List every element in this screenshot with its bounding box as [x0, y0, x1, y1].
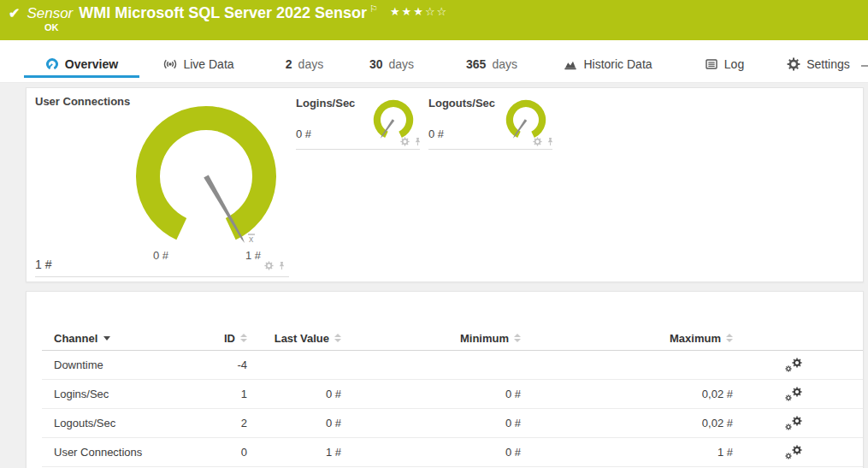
column-header-maximum[interactable]: Maximum [529, 332, 741, 345]
channel-minimum: 0 # [350, 388, 529, 400]
tab-2-days[interactable]: 2 days [278, 40, 331, 82]
prtg-sensor-page: ✔ Sensor WMI Microsoft SQL Server 2022 S… [0, 0, 868, 468]
table-row-downtime[interactable]: Downtime -4 [42, 351, 863, 380]
gear-icon[interactable] [400, 137, 410, 146]
divider [428, 149, 552, 150]
channel-settings-gears-icon[interactable] [785, 358, 802, 372]
tab-365-days[interactable]: 365 days [459, 40, 524, 82]
channel-settings-gears-icon[interactable] [785, 445, 802, 459]
column-label: Channel [54, 332, 97, 345]
tab-label: days [298, 57, 324, 71]
channel-name: Logouts/Sec [42, 417, 213, 429]
status-ok-check-icon: ✔ [9, 5, 20, 21]
channel-name: Downtime [42, 358, 213, 371]
tab-live-data[interactable]: Live Data [158, 40, 239, 82]
channel-id: -4 [213, 358, 256, 371]
channel-name: User Connections [42, 446, 213, 459]
table-row-logins-sec[interactable]: Logins/Sec 1 0 # 0 # 0,02 # [42, 380, 863, 409]
channels-panel: Channel ID Last Value Minimum [26, 291, 864, 468]
gauge-min-label: 0 # [146, 249, 175, 262]
log-icon [705, 57, 718, 71]
tab-overflow-indicator[interactable] [861, 65, 868, 67]
channel-maximum: 0,02 # [529, 417, 741, 429]
channel-settings-gears-icon[interactable] [785, 387, 802, 401]
channel-last-value: 1 # [256, 446, 350, 459]
sensor-title: WMI Microsoft SQL Server 2022 Sensor [79, 4, 367, 22]
channel-id: 0 [213, 446, 256, 459]
sort-icon [334, 334, 341, 342]
gauge-max-label: 1 # [239, 249, 268, 262]
gauges-panel: User Connections x 0 # 1 # 1 # Logins/Se… [26, 87, 864, 282]
pin-icon[interactable] [546, 137, 555, 146]
gauge-actions [264, 261, 286, 270]
logins-gauge-value: 0 # [296, 127, 311, 140]
sort-desc-icon [103, 336, 110, 341]
priority-stars[interactable]: ★★★☆☆ [390, 5, 448, 18]
content-area: User Connections x 0 # 1 # 1 # Logins/Se… [0, 83, 868, 468]
channel-last-value: 0 # [256, 417, 350, 429]
object-kind-label: Sensor [27, 5, 73, 22]
primary-gauge-title: User Connections [35, 95, 130, 108]
sensor-header: ✔ Sensor WMI Microsoft SQL Server 2022 S… [0, 0, 868, 40]
tab-30-days[interactable]: 30 days [363, 40, 421, 82]
tab-label: days [389, 57, 415, 71]
mean-marker: x [249, 234, 254, 244]
sort-icon [514, 334, 521, 342]
flag-icon[interactable]: ⚐ [369, 3, 378, 15]
tab-number: 30 [369, 57, 383, 71]
pin-icon[interactable] [413, 137, 422, 146]
column-header-id[interactable]: ID [213, 332, 256, 345]
table-row-user-connections[interactable]: User Connections 0 1 # 0 # 1 # [42, 438, 863, 467]
tab-label: Live Data [183, 57, 233, 71]
logouts-gauge-title: Logouts/Sec [428, 97, 495, 110]
tab-label: Historic Data [583, 57, 652, 71]
user-connections-gauge: x [121, 93, 292, 264]
table-row-logouts-sec[interactable]: Logouts/Sec 2 0 # 0 # 0,02 # [42, 409, 863, 438]
channel-table: Channel ID Last Value Minimum [42, 326, 863, 467]
column-header-last-value[interactable]: Last Value [256, 332, 350, 345]
tab-historic-data[interactable]: Historic Data [556, 40, 660, 82]
divider [35, 276, 289, 277]
channel-maximum: 1 # [529, 446, 741, 459]
channel-last-value: 0 # [256, 388, 350, 400]
column-label: ID [224, 332, 235, 345]
historic-chart-icon [564, 57, 577, 71]
primary-gauge-value: 1 # [35, 258, 51, 271]
gauge-actions [400, 137, 422, 146]
gauge-actions [533, 137, 555, 146]
gear-icon [787, 57, 800, 71]
tab-label: Settings [806, 57, 850, 71]
tab-label: Overview [65, 57, 118, 71]
column-label: Minimum [460, 332, 509, 345]
column-header-channel[interactable]: Channel [42, 332, 213, 345]
channel-name: Logins/Sec [42, 388, 213, 400]
divider [296, 149, 420, 150]
sort-icon [726, 334, 733, 342]
column-header-minimum[interactable]: Minimum [350, 332, 529, 345]
channel-maximum: 0,02 # [529, 388, 741, 400]
tab-overview[interactable]: Overview [24, 40, 139, 82]
logins-gauge-title: Logins/Sec [296, 97, 355, 110]
sort-icon [240, 334, 247, 342]
tab-settings[interactable]: Settings [783, 40, 853, 82]
tab-log[interactable]: Log [700, 40, 749, 82]
tab-label: Log [724, 57, 744, 71]
gauge-icon [45, 57, 59, 71]
channel-id: 1 [213, 388, 256, 400]
tab-bar: Overview Live Data 2 days 30 days 365 da… [0, 40, 868, 83]
tab-label: days [492, 57, 517, 71]
column-label: Last Value [275, 332, 329, 345]
tab-number: 365 [466, 57, 486, 71]
sensor-status-text: OK [44, 22, 59, 33]
pin-icon[interactable] [277, 261, 286, 270]
channel-minimum: 0 # [350, 417, 529, 429]
live-data-icon [163, 57, 177, 71]
tab-number: 2 [286, 57, 292, 71]
column-label: Maximum [670, 332, 721, 345]
channel-settings-gears-icon[interactable] [785, 416, 802, 430]
table-header-row: Channel ID Last Value Minimum [42, 326, 863, 351]
gear-icon[interactable] [533, 137, 542, 146]
channel-minimum: 0 # [350, 446, 529, 459]
channel-id: 2 [213, 417, 256, 429]
gear-icon[interactable] [264, 261, 274, 270]
